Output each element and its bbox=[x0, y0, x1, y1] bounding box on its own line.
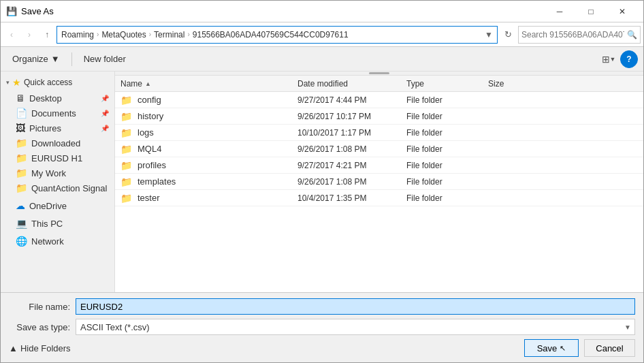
search-icon: 🔍 bbox=[627, 30, 637, 40]
action-buttons: Save ↖ Cancel bbox=[524, 339, 635, 357]
minimize-button[interactable]: ─ bbox=[544, 1, 575, 22]
sidebar-item-thispc[interactable]: 💻 This PC bbox=[1, 216, 114, 231]
search-input[interactable] bbox=[521, 30, 624, 40]
file-name-input[interactable] bbox=[76, 298, 635, 315]
bottom-area: File name: Save as type: ASCII Text (*.c… bbox=[1, 292, 643, 362]
file-date-cell: 9/26/2017 10:17 PM bbox=[292, 112, 401, 121]
col-name-header[interactable]: Name ▲ bbox=[115, 79, 292, 89]
file-name-cell: 📁 logs bbox=[115, 127, 292, 138]
hide-folders-button[interactable]: ▲ Hide Folders bbox=[9, 343, 71, 353]
search-box: 🔍 bbox=[518, 26, 641, 44]
breadcrumb-folder[interactable]: 915566BA06ADA407569C544CC0D97611 bbox=[193, 30, 349, 40]
file-name-text: config bbox=[138, 95, 161, 105]
new-folder-button[interactable]: New folder bbox=[78, 50, 132, 69]
sidebar-item-desktop[interactable]: 🖥 Desktop 📌 bbox=[1, 91, 114, 106]
documents-label: Documents bbox=[31, 108, 76, 119]
table-row[interactable]: 📁 templates 9/26/2017 1:08 PM File folde… bbox=[115, 174, 643, 190]
onedrive-section: ☁ OneDrive bbox=[1, 198, 114, 213]
toolbar-right: ⊞ ▼ ? bbox=[600, 50, 638, 68]
sidebar-item-quantaction[interactable]: 📁 QuantAction Signal bbox=[1, 180, 114, 195]
file-type-cell: File folder bbox=[401, 144, 483, 154]
file-name-cell: 📁 MQL4 bbox=[115, 144, 292, 155]
table-row[interactable]: 📁 config 9/27/2017 4:44 PM File folder bbox=[115, 92, 643, 108]
table-row[interactable]: 📁 history 9/26/2017 10:17 PM File folder bbox=[115, 108, 643, 125]
folder-icon: 📁 bbox=[120, 111, 132, 122]
save-as-type-select[interactable]: ASCII Text (*.csv) bbox=[76, 319, 635, 335]
eurusd-label: EURUSD H1 bbox=[31, 153, 82, 163]
address-breadcrumb[interactable]: Roaming › MetaQuotes › Terminal › 915566… bbox=[57, 26, 498, 44]
table-row[interactable]: 📁 profiles 9/27/2017 4:21 PM File folder bbox=[115, 157, 643, 174]
onedrive-label: OneDrive bbox=[29, 201, 67, 211]
downloaded-icon: 📁 bbox=[16, 138, 27, 148]
save-label: Save bbox=[537, 343, 558, 353]
file-date-cell: 9/27/2017 4:44 PM bbox=[292, 95, 401, 105]
sidebar-item-pictures[interactable]: 🖼 Pictures 📌 bbox=[1, 121, 114, 136]
help-button[interactable]: ? bbox=[620, 50, 638, 68]
quick-access-chevron: ▾ bbox=[6, 79, 10, 86]
cancel-button[interactable]: Cancel bbox=[584, 339, 635, 357]
quick-access-section: ▾ ★ Quick access 🖥 Desktop 📌 📄 Documents… bbox=[1, 74, 114, 195]
col-date-header[interactable]: Date modified bbox=[292, 79, 401, 89]
refresh-button[interactable]: ↻ bbox=[499, 26, 517, 44]
breadcrumb-metaquotes[interactable]: MetaQuotes bbox=[101, 30, 146, 40]
folder-icon: 📁 bbox=[120, 176, 132, 187]
resize-handle[interactable] bbox=[369, 72, 389, 74]
documents-pin-icon: 📌 bbox=[101, 110, 109, 117]
sidebar-item-documents[interactable]: 📄 Documents 📌 bbox=[1, 106, 114, 121]
view-icon: ⊞ bbox=[602, 54, 610, 65]
file-name-cell: 📁 config bbox=[115, 95, 292, 106]
folder-icon: 📁 bbox=[120, 160, 132, 171]
file-type-cell: File folder bbox=[401, 112, 483, 121]
breadcrumb-roaming[interactable]: Roaming bbox=[61, 30, 94, 40]
maximize-button[interactable]: □ bbox=[575, 1, 607, 22]
file-type-cell: File folder bbox=[401, 161, 483, 170]
organize-arrow-icon: ▼ bbox=[51, 54, 60, 64]
sidebar-item-mywork[interactable]: 📁 My Work bbox=[1, 165, 114, 180]
file-date-cell: 10/4/2017 1:35 PM bbox=[292, 193, 401, 203]
pictures-label: Pictures bbox=[29, 123, 61, 133]
file-name-cell: 📁 templates bbox=[115, 176, 292, 187]
table-row[interactable]: 📁 logs 10/10/2017 1:17 PM File folder bbox=[115, 125, 643, 141]
up-button[interactable]: ↑ bbox=[39, 27, 55, 43]
breadcrumb-terminal[interactable]: Terminal bbox=[154, 30, 184, 40]
quick-access-header[interactable]: ▾ ★ Quick access bbox=[1, 74, 114, 91]
save-button[interactable]: Save ↖ bbox=[524, 339, 579, 357]
view-arrow-icon: ▼ bbox=[610, 56, 616, 63]
network-section: 🌐 Network bbox=[1, 234, 114, 249]
sort-arrow-icon: ▲ bbox=[145, 80, 151, 87]
file-name-text: tester bbox=[138, 193, 160, 203]
file-date-cell: 9/27/2017 4:21 PM bbox=[292, 161, 401, 170]
file-name-text: logs bbox=[138, 127, 154, 138]
organize-label: Organize bbox=[12, 54, 48, 64]
file-rows-container: 📁 config 9/27/2017 4:44 PM File folder 📁… bbox=[115, 92, 643, 206]
sidebar-item-onedrive[interactable]: ☁ OneDrive bbox=[1, 198, 114, 213]
table-row[interactable]: 📁 MQL4 9/26/2017 1:08 PM File folder bbox=[115, 141, 643, 157]
eurusd-icon: 📁 bbox=[16, 153, 27, 163]
thispc-label: This PC bbox=[31, 219, 63, 229]
file-name-cell: 📁 tester bbox=[115, 193, 292, 204]
back-button[interactable]: ‹ bbox=[3, 27, 20, 43]
file-name-label: File name: bbox=[9, 302, 70, 312]
col-type-header[interactable]: Type bbox=[401, 79, 483, 89]
file-list-header: Name ▲ Date modified Type Size bbox=[115, 76, 643, 92]
folder-icon: 📁 bbox=[120, 193, 132, 204]
file-name-text: history bbox=[138, 111, 163, 121]
file-name-text: templates bbox=[138, 176, 176, 187]
sidebar-item-eurusd[interactable]: 📁 EURUSD H1 bbox=[1, 151, 114, 165]
desktop-label: Desktop bbox=[29, 93, 62, 104]
breadcrumb-dropdown-icon[interactable]: ▼ bbox=[485, 30, 493, 40]
hide-folders-label: Hide Folders bbox=[20, 343, 71, 353]
downloaded-label: Downloaded bbox=[31, 138, 80, 148]
pictures-icon: 🖼 bbox=[16, 123, 25, 133]
close-button[interactable]: ✕ bbox=[607, 1, 638, 22]
organize-button[interactable]: Organize ▼ bbox=[6, 50, 66, 69]
view-toggle-button[interactable]: ⊞ ▼ bbox=[600, 50, 617, 68]
col-size-header[interactable]: Size bbox=[483, 79, 537, 89]
sidebar-item-downloaded[interactable]: 📁 Downloaded bbox=[1, 136, 114, 151]
address-bar: ‹ › ↑ Roaming › MetaQuotes › Terminal › … bbox=[1, 22, 643, 47]
sidebar-item-network[interactable]: 🌐 Network bbox=[1, 234, 114, 249]
forward-button[interactable]: › bbox=[21, 27, 37, 43]
dialog-title: Save As bbox=[21, 6, 544, 16]
desktop-icon: 🖥 bbox=[16, 93, 25, 104]
table-row[interactable]: 📁 tester 10/4/2017 1:35 PM File folder bbox=[115, 190, 643, 206]
